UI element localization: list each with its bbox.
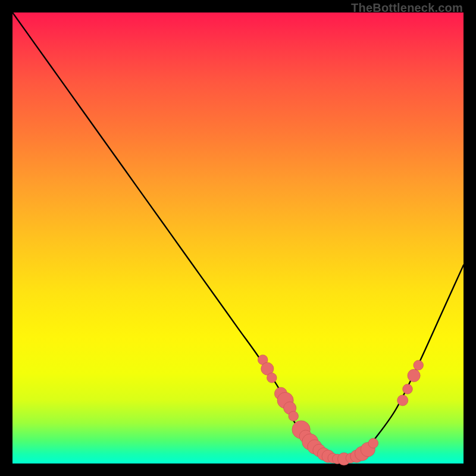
- curve-markers: [258, 355, 423, 465]
- curve-marker: [408, 369, 420, 382]
- bottleneck-curve: [12, 12, 464, 459]
- curve-marker: [397, 395, 408, 406]
- curve-marker: [403, 384, 413, 394]
- chart-overlay: [12, 12, 464, 464]
- curve-marker: [414, 361, 424, 371]
- curve-marker: [267, 373, 277, 383]
- curve-marker: [289, 411, 299, 421]
- curve-marker: [368, 439, 378, 449]
